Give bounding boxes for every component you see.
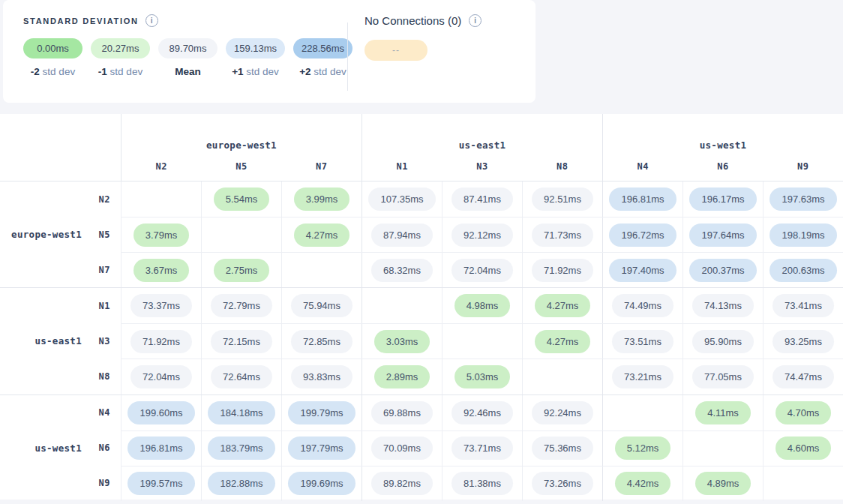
latency-value-pill[interactable]: 197.79ms xyxy=(288,436,355,460)
latency-value-pill[interactable]: 68.32ms xyxy=(371,259,433,282)
latency-value-pill[interactable]: 73.21ms xyxy=(612,365,674,388)
latency-value-pill[interactable]: 72.79ms xyxy=(211,294,272,317)
latency-value-pill[interactable]: 4.11ms xyxy=(695,401,751,424)
latency-value-pill[interactable]: 197.40ms xyxy=(609,259,676,282)
latency-value-pill[interactable]: 107.35ms xyxy=(368,188,435,211)
info-icon[interactable]: i xyxy=(469,14,482,27)
latency-value-pill[interactable]: 196.17ms xyxy=(689,188,756,211)
latency-value-pill[interactable]: 92.46ms xyxy=(452,401,513,424)
latency-value-pill[interactable]: 87.41ms xyxy=(452,188,513,211)
matrix-cell: 4.27ms xyxy=(522,288,602,323)
matrix-cell: 75.36ms xyxy=(522,431,602,466)
legend-stop-label-text: std dev xyxy=(311,66,346,77)
latency-value-pill[interactable]: 72.04ms xyxy=(452,259,513,282)
latency-value-pill[interactable]: 196.72ms xyxy=(609,224,676,247)
latency-value-pill[interactable]: 199.69ms xyxy=(288,472,355,495)
matrix-cell: 71.92ms xyxy=(522,253,602,287)
latency-value-pill[interactable]: 73.71ms xyxy=(452,436,513,460)
latency-value-pill[interactable]: 196.81ms xyxy=(609,188,676,211)
latency-value-pill[interactable]: 4.27ms xyxy=(535,330,591,353)
latency-value-pill[interactable]: 72.64ms xyxy=(211,365,272,388)
latency-value-pill[interactable]: 200.37ms xyxy=(689,259,756,282)
matrix-cell: 3.67ms xyxy=(121,253,201,287)
latency-value-pill[interactable]: 5.54ms xyxy=(214,188,270,211)
latency-value-pill[interactable]: 70.09ms xyxy=(371,436,433,460)
latency-value-pill[interactable]: 2.75ms xyxy=(214,259,270,282)
matrix-cell: 4.27ms xyxy=(281,218,362,252)
latency-value-pill[interactable]: 197.64ms xyxy=(689,224,756,247)
latency-value-pill[interactable]: 89.82ms xyxy=(371,472,433,495)
latency-value-pill[interactable]: 4.70ms xyxy=(776,401,832,424)
legend-stop-label-text: std dev xyxy=(244,66,279,77)
latency-value-pill[interactable]: 3.79ms xyxy=(134,224,190,247)
info-icon[interactable]: i xyxy=(146,14,158,27)
matrix-cell: 4.11ms xyxy=(682,395,763,430)
latency-value-pill[interactable]: 2.89ms xyxy=(374,365,430,388)
latency-value-pill[interactable]: 73.26ms xyxy=(532,472,593,495)
latency-value-pill[interactable]: 5.12ms xyxy=(615,436,671,460)
latency-value-pill[interactable]: 77.05ms xyxy=(692,365,754,388)
latency-value-pill[interactable]: 93.25ms xyxy=(772,330,834,353)
latency-value-pill[interactable]: 4.89ms xyxy=(695,472,752,495)
latency-value-pill[interactable]: 71.92ms xyxy=(532,259,593,282)
latency-value-pill[interactable]: 4.27ms xyxy=(294,224,350,247)
latency-value-pill[interactable]: 5.03ms xyxy=(454,365,511,388)
latency-value-pill[interactable]: 92.51ms xyxy=(532,188,593,211)
latency-value-pill[interactable]: 81.38ms xyxy=(452,472,513,495)
latency-value-pill[interactable]: 92.12ms xyxy=(452,224,513,247)
latency-value-pill[interactable]: 198.19ms xyxy=(770,224,836,247)
latency-value-pill[interactable]: 200.63ms xyxy=(770,259,836,282)
row-region-label: us-west1 xyxy=(0,395,82,501)
latency-value-pill[interactable]: 197.63ms xyxy=(770,188,836,211)
latency-value-pill[interactable]: 69.88ms xyxy=(371,401,433,424)
latency-value-pill[interactable]: 71.73ms xyxy=(532,224,593,247)
matrix-cell xyxy=(121,182,201,217)
matrix-cell xyxy=(763,466,843,501)
latency-value-pill[interactable]: 183.79ms xyxy=(208,436,274,460)
latency-value-pill[interactable]: 196.81ms xyxy=(128,436,194,460)
latency-value-pill[interactable]: 74.47ms xyxy=(772,365,834,388)
legend-stop-label: Mean xyxy=(175,66,201,77)
latency-value-pill[interactable]: 73.37ms xyxy=(130,294,192,317)
latency-value-pill[interactable]: 73.51ms xyxy=(612,330,674,353)
std-deviation-legend: STANDARD DEVIATION i 0.00ms-2 std dev20.… xyxy=(3,0,347,103)
latency-value-pill[interactable]: 184.18ms xyxy=(208,401,274,424)
no-connections-section: No Connections (0) i -- xyxy=(348,0,482,103)
matrix-cell: 199.79ms xyxy=(281,395,362,430)
latency-value-pill[interactable]: 71.92ms xyxy=(130,330,192,353)
matrix-cell: 199.69ms xyxy=(281,466,362,501)
latency-value-pill[interactable]: 74.13ms xyxy=(692,294,754,317)
latency-value-pill[interactable]: 199.57ms xyxy=(128,472,194,495)
matrix-column-group: us-east1N1N3N8 xyxy=(362,114,602,181)
latency-value-pill[interactable]: 75.94ms xyxy=(291,294,352,317)
latency-value-pill[interactable]: 4.27ms xyxy=(535,294,591,317)
legend-stop-pill: 0.00ms xyxy=(23,38,82,58)
matrix-row: 72.04ms72.64ms93.83ms2.89ms5.03ms73.21ms… xyxy=(121,358,843,394)
latency-value-pill[interactable]: 95.90ms xyxy=(692,330,754,353)
legend-stop-label: +1 std dev xyxy=(232,66,279,77)
matrix-cell: 197.64ms xyxy=(682,218,763,252)
latency-value-pill[interactable]: 3.99ms xyxy=(294,188,350,211)
latency-value-pill[interactable]: 73.41ms xyxy=(772,294,834,317)
latency-value-pill[interactable]: 72.04ms xyxy=(130,365,192,388)
latency-value-pill[interactable]: 72.15ms xyxy=(211,330,272,353)
latency-value-pill[interactable]: 4.98ms xyxy=(454,294,511,317)
latency-value-pill[interactable]: 3.03ms xyxy=(374,330,430,353)
latency-value-pill[interactable]: 4.42ms xyxy=(615,472,671,495)
latency-value-pill[interactable]: 199.60ms xyxy=(128,401,194,424)
latency-value-pill[interactable]: 3.67ms xyxy=(134,259,190,282)
matrix-cell: 197.79ms xyxy=(281,431,362,466)
latency-value-pill[interactable]: 72.85ms xyxy=(291,330,352,353)
latency-value-pill[interactable]: 92.24ms xyxy=(532,401,593,424)
latency-value-pill[interactable]: 74.49ms xyxy=(612,294,674,317)
latency-value-pill[interactable]: 87.94ms xyxy=(371,224,433,247)
row-node-column: N2N5N7 xyxy=(82,182,121,287)
latency-value-pill[interactable]: 182.88ms xyxy=(208,472,274,495)
latency-value-pill[interactable]: 4.60ms xyxy=(776,436,832,460)
latency-value-pill[interactable]: 93.83ms xyxy=(291,365,352,388)
matrix-cell: 2.75ms xyxy=(201,253,281,287)
latency-value-pill[interactable]: 75.36ms xyxy=(532,436,593,460)
row-node-label: N2 xyxy=(82,182,121,217)
latency-value-pill[interactable]: 199.79ms xyxy=(288,401,355,424)
row-region-label: europe-west1 xyxy=(0,182,82,287)
